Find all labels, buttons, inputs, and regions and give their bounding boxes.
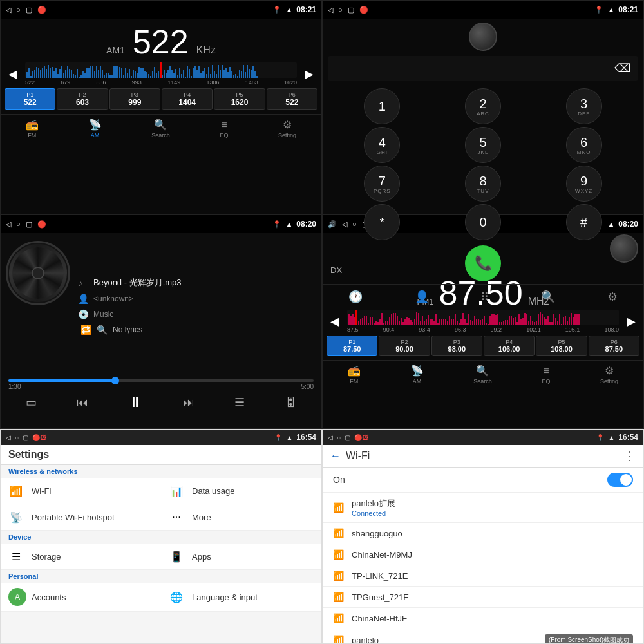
phone-nav-settings[interactable]: ⚙ xyxy=(601,287,624,307)
wifi-menu-button[interactable]: ⋮ xyxy=(624,449,636,463)
am-preset-3[interactable]: P3 999 xyxy=(109,88,160,110)
settings-back-icon[interactable]: ◁ xyxy=(6,434,11,441)
wifi-network-3[interactable]: 📶 TP-LINK_721E xyxy=(323,565,643,587)
settings-language-item[interactable]: 🌐 Language & input xyxy=(161,583,321,612)
nav-setting[interactable]: ⚙ Setting xyxy=(274,117,300,140)
dial-3[interactable]: 3DEF xyxy=(566,88,602,124)
settings-home-icon[interactable]: ○ xyxy=(15,434,19,441)
wifi-sb-home-icon[interactable]: ○ xyxy=(337,434,341,441)
fm-nav-fm[interactable]: 📻 FM xyxy=(344,363,365,386)
fm-preset-4[interactable]: P4 106.00 xyxy=(484,336,535,356)
recent-icon[interactable]: ▢ xyxy=(26,6,32,14)
nav-am-label: AM xyxy=(91,132,100,138)
nav-fm[interactable]: 📻 FM xyxy=(22,117,43,140)
fm-preset-6[interactable]: P6 87.50 xyxy=(589,336,639,356)
fm-icon: 📻 xyxy=(26,118,39,131)
settings-accounts-item[interactable]: A Accounts xyxy=(1,583,161,612)
fm-nav-am[interactable]: 📡 AM xyxy=(407,363,428,386)
nav-search[interactable]: 🔍 Search xyxy=(147,117,174,140)
phone-nav-search[interactable]: 🔍 xyxy=(535,287,562,307)
am-bottom-nav: 📻 FM 📡 AM 🔍 Search ≡ EQ ⚙ Setting xyxy=(1,114,321,142)
search-music-icon[interactable]: 🔍 xyxy=(97,325,108,335)
music-note-icon: ♪ xyxy=(78,278,88,288)
back-icon[interactable]: ◁ xyxy=(6,6,11,14)
wifi-back-button[interactable]: ← xyxy=(330,450,341,462)
equalizer-button[interactable]: 🎛 xyxy=(279,395,301,411)
home-icon[interactable]: ○ xyxy=(16,6,21,14)
am-preset-2[interactable]: P2 603 xyxy=(57,88,108,110)
dial-2[interactable]: 2ABC xyxy=(465,88,501,124)
fm-preset-2[interactable]: P2 90.00 xyxy=(379,336,430,356)
progress-thumb[interactable] xyxy=(111,377,119,384)
am-preset-5[interactable]: P5 1620 xyxy=(214,88,265,110)
dial-1[interactable]: 1 xyxy=(364,88,400,124)
dial-7[interactable]: 7PQRS xyxy=(364,166,400,202)
settings-storage-item[interactable]: ☰ Storage xyxy=(1,544,161,570)
wifi-toggle[interactable] xyxy=(607,473,633,487)
phone-nav-grid[interactable]: ⠿ xyxy=(474,287,495,307)
dial-5[interactable]: 5JKL xyxy=(465,127,501,163)
dial-hash[interactable]: # xyxy=(566,204,602,240)
volume-knob[interactable] xyxy=(469,23,497,51)
settings-more-item[interactable]: ··· More xyxy=(161,504,321,531)
fm-nav-search[interactable]: 🔍 Search xyxy=(469,363,496,386)
backspace-button[interactable]: ⌫ xyxy=(614,61,630,75)
settings-wifi-item[interactable]: 📶 Wi-Fi xyxy=(1,478,161,504)
am-preset-1[interactable]: P1 522 xyxy=(5,88,55,110)
wifi-network-0[interactable]: 📶 panlelo扩展 Connected xyxy=(323,493,643,523)
wifi-network-6[interactable]: 📶 panlelo (From ScreenShot)截图成功 xyxy=(323,629,643,644)
am-tuner-bar[interactable]: // Generate tuner lines dynamically docu… xyxy=(25,62,297,86)
playlist-button[interactable]: ☰ xyxy=(229,394,250,411)
dial-4[interactable]: 4GHI xyxy=(364,127,400,163)
music-wifi-icon: ▲ xyxy=(285,220,292,228)
dial-9[interactable]: 9WXYZ xyxy=(566,166,602,202)
fm-prev-button[interactable]: ◀ xyxy=(325,313,345,330)
fm-nav-setting[interactable]: ⚙ Setting xyxy=(596,363,622,386)
wifi-sb-recent-icon[interactable]: ▢ xyxy=(345,434,350,441)
phone-home-icon[interactable]: ○ xyxy=(338,6,343,14)
wifi-network-5[interactable]: 📶 ChinaNet-HfJE xyxy=(323,608,643,629)
progress-track[interactable] xyxy=(8,379,314,382)
am-next-button[interactable]: ▶ xyxy=(299,66,319,82)
wifi-signal-icon-3: 📶 xyxy=(333,571,344,581)
phone-volume-knob-row xyxy=(323,23,643,51)
wifi-sb-back-icon[interactable]: ◁ xyxy=(328,434,333,441)
music-home-icon[interactable]: ○ xyxy=(16,220,21,228)
fm-nav-eq[interactable]: ≡ EQ xyxy=(538,364,554,386)
settings-recent-icon[interactable]: ▢ xyxy=(23,434,28,441)
am-prev-button[interactable]: ◀ xyxy=(3,66,23,82)
fm-tuner-bar[interactable]: document.addEventListener('DOMContentLoa… xyxy=(347,310,619,333)
nav-eq[interactable]: ≡ EQ xyxy=(216,118,232,140)
fm-preset-1[interactable]: P1 87.50 xyxy=(327,336,377,356)
dial-star[interactable]: * xyxy=(364,204,400,240)
am-preset-4[interactable]: P4 1404 xyxy=(162,88,213,110)
dial-0[interactable]: 0 xyxy=(465,204,501,240)
am-preset-6[interactable]: P6 522 xyxy=(267,88,317,110)
next-button[interactable]: ⏭ xyxy=(178,395,200,411)
wifi-network-2[interactable]: 📶 ChinaNet-M9MJ xyxy=(323,544,643,565)
music-recent-icon[interactable]: ▢ xyxy=(26,220,32,229)
fm-preset-3[interactable]: P3 98.00 xyxy=(431,336,482,356)
dial-6[interactable]: 6MNO xyxy=(566,127,602,163)
music-back-icon[interactable]: ◁ xyxy=(6,220,11,229)
repeat-icon[interactable]: 🔁 xyxy=(80,325,91,335)
prev-button[interactable]: ⏮ xyxy=(71,395,93,411)
fm-preset-5[interactable]: P5 108.00 xyxy=(536,336,587,356)
wifi-network-4[interactable]: 📶 TPGuest_721E xyxy=(323,587,643,608)
play-pause-button[interactable]: ⏸ xyxy=(123,393,147,412)
phone-nav-contacts[interactable]: 👤 xyxy=(408,287,435,307)
status-bar-right: 📍 ▲ 08:21 xyxy=(272,5,316,14)
screen-button[interactable]: ▭ xyxy=(21,394,42,411)
fm-next-button[interactable]: ▶ xyxy=(621,313,641,330)
call-button[interactable]: 📞 xyxy=(465,245,501,281)
settings-hotspot-item[interactable]: 📡 Portable Wi-Fi hotspot xyxy=(1,504,161,531)
dial-8[interactable]: 8TUV xyxy=(465,166,501,202)
phone-recent-icon[interactable]: ▢ xyxy=(348,6,354,14)
settings-data-item[interactable]: 📊 Data usage xyxy=(161,478,321,504)
settings-apps-item[interactable]: 📱 Apps xyxy=(161,544,321,570)
nav-am[interactable]: 📡 AM xyxy=(85,117,106,140)
phone-nav-clock[interactable]: 🕐 xyxy=(342,287,369,307)
phone-back-icon[interactable]: ◁ xyxy=(328,6,333,14)
wifi-network-1[interactable]: 📶 shangguoguo xyxy=(323,523,643,544)
fm-presets: P1 87.50 P2 90.00 P3 98.00 P4 106.00 P5 … xyxy=(323,333,643,359)
